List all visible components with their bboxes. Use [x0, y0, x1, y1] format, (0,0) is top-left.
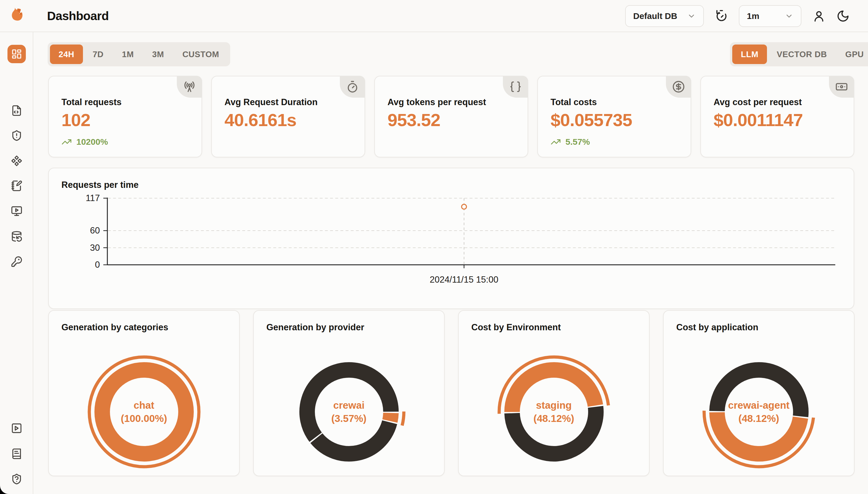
requests-chart-svg: 030601172024/11/15 15:00	[49, 168, 855, 310]
monitor-play-icon	[11, 205, 22, 217]
metric-badge	[340, 76, 365, 98]
donut-card-cost-by-application: Cost by application crewai-agent (48.12%…	[663, 310, 854, 476]
moon-icon[interactable]	[836, 10, 850, 23]
metric-label: Avg Request Duration	[224, 97, 317, 108]
radio-tower-icon	[183, 80, 196, 93]
metric-label: Total requests	[61, 97, 122, 108]
metric-card-avg-duration: Avg Request Duration 40.6161s	[211, 76, 365, 157]
chevron-down-icon	[687, 12, 696, 20]
donut-title: Generation by categories	[61, 322, 168, 332]
donut-svg	[84, 352, 204, 472]
shield-alert-icon	[11, 130, 22, 141]
donut-title: Cost by application	[676, 322, 758, 332]
interval-select-value: 1m	[747, 11, 759, 21]
time-range-tabs: 24H 7D 1M 3M CUSTOM	[48, 42, 230, 66]
svg-text:0: 0	[95, 260, 100, 270]
circle-dollar-sign-icon	[672, 80, 685, 93]
tab-gpu[interactable]: GPU	[837, 44, 868, 64]
database-select[interactable]: Default DB	[625, 5, 704, 27]
metric-value: 102	[61, 110, 90, 130]
metric-badge	[666, 76, 691, 98]
sidebar-nav	[0, 32, 33, 494]
svg-text:30: 30	[90, 243, 100, 253]
donut-svg	[699, 352, 819, 472]
sidebar-item-requests[interactable]	[0, 105, 33, 116]
svg-text:60: 60	[90, 226, 100, 235]
interval-select[interactable]: 1m	[739, 5, 802, 27]
square-play-icon	[11, 422, 22, 434]
trending-up-icon	[551, 137, 561, 147]
donut-chart: crewai-agent (48.12%)	[699, 352, 819, 472]
metric-badge	[503, 76, 528, 98]
header-controls: Default DB 1m	[625, 0, 850, 32]
donut-card-generation-by-provider: Generation by provider crewai (3.57%)	[253, 310, 445, 476]
donut-chart: chat (100.00%)	[84, 352, 204, 472]
braces-icon	[509, 80, 522, 93]
donut-title: Cost by Environment	[471, 322, 561, 332]
top-header: Dashboard Default DB 1m	[0, 0, 868, 32]
shield-question-icon	[11, 473, 22, 485]
sidebar-item-openground[interactable]	[0, 155, 33, 167]
file-code-icon	[11, 105, 22, 116]
signal-tabs: LLM VECTOR DB GPU	[730, 42, 868, 66]
layout-dashboard-icon	[11, 49, 22, 59]
chevron-down-icon	[785, 12, 793, 20]
page-title: Dashboard	[47, 9, 109, 23]
component-icon	[11, 155, 22, 167]
metric-badge	[829, 76, 854, 98]
sidebar-item-dashboard[interactable]	[7, 45, 26, 63]
banknote-icon	[835, 80, 848, 93]
app-logo-flame-icon[interactable]	[8, 6, 24, 25]
donut-chart: crewai (3.57%)	[289, 352, 409, 472]
sidebar-item-vault[interactable]	[0, 205, 33, 217]
notebook-pen-icon	[11, 180, 22, 192]
database-select-value: Default DB	[633, 11, 677, 21]
donut-chart: staging (48.12%)	[494, 352, 614, 472]
metric-label: Total costs	[551, 97, 597, 108]
metric-value: $0.0011147	[714, 110, 803, 130]
sidebar-item-exceptions[interactable]	[0, 130, 33, 141]
sidebar-item-databases[interactable]	[0, 231, 33, 242]
metric-card-total-requests: Total requests 102 10200%	[48, 76, 202, 157]
sidebar-item-documentation[interactable]	[0, 448, 33, 459]
timer-icon	[346, 80, 359, 93]
metric-badge	[177, 76, 202, 98]
requests-per-time-card: Requests per time 030601172024/11/15 15:…	[48, 168, 854, 309]
donut-svg	[289, 352, 409, 472]
donut-title: Generation by provider	[267, 322, 364, 332]
sidebar-item-api-keys[interactable]	[0, 256, 33, 267]
svg-text:117: 117	[86, 193, 100, 203]
svg-text:2024/11/15 15:00: 2024/11/15 15:00	[430, 274, 498, 285]
sidebar-item-getting-started[interactable]	[0, 422, 33, 434]
key-round-icon	[11, 256, 22, 267]
metric-label: Avg tokens per request	[388, 97, 486, 108]
metric-delta: 10200%	[61, 137, 108, 147]
metric-value: $0.055735	[551, 110, 632, 130]
metric-card-total-costs: Total costs $0.055735 5.57%	[537, 76, 691, 157]
metric-delta-value: 10200%	[76, 137, 108, 147]
sidebar-item-prompt-hub[interactable]	[0, 180, 33, 192]
donut-card-cost-by-environment: Cost by Environment staging (48.12%)	[458, 310, 650, 476]
user-icon[interactable]	[812, 10, 826, 23]
book-text-icon	[11, 448, 22, 459]
metric-card-avg-tokens: Avg tokens per request 953.52	[374, 76, 528, 157]
metric-value: 40.6161s	[224, 110, 296, 130]
donut-svg	[494, 352, 614, 472]
tab-24h[interactable]: 24H	[50, 44, 83, 64]
database-backup-icon	[11, 231, 22, 242]
metric-card-avg-cost: Avg cost per request $0.0011147	[701, 76, 854, 157]
tab-1m[interactable]: 1M	[113, 44, 142, 64]
tab-3m[interactable]: 3M	[143, 44, 173, 64]
metric-delta-value: 5.57%	[566, 137, 590, 147]
donut-card-generation-by-categories: Generation by categories chat (100.00%)	[48, 310, 240, 476]
tab-7d[interactable]: 7D	[84, 44, 112, 64]
metric-delta: 5.57%	[551, 137, 590, 147]
tab-llm[interactable]: LLM	[732, 44, 767, 64]
refresh-history-icon[interactable]	[715, 10, 728, 23]
dashboard-app: Dashboard Default DB 1m	[0, 0, 868, 494]
metric-value: 953.52	[388, 110, 440, 130]
tab-custom[interactable]: CUSTOM	[174, 44, 228, 64]
metric-label: Avg cost per request	[714, 97, 802, 108]
tab-vector-db[interactable]: VECTOR DB	[768, 44, 835, 64]
trending-up-icon	[61, 137, 72, 147]
